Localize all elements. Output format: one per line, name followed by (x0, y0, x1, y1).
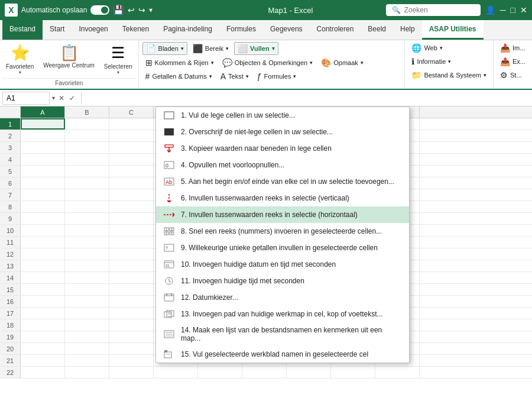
menu-item-11[interactable]: 11. Invoegen huidige tijd met seconden (156, 273, 409, 289)
btn-st[interactable]: ⚙ St... (497, 69, 528, 81)
btn-ex[interactable]: 📤 Ex... (497, 56, 528, 67)
icon-sheet-names (163, 350, 175, 359)
minimize-btn[interactable]: ─ (500, 5, 506, 15)
im-icon: 📥 (500, 43, 510, 53)
formula-confirm-icon[interactable]: ✓ (68, 94, 76, 102)
btn-objecten[interactable]: 💬 Objecten & Opmerkingen ▾ (219, 57, 316, 69)
formula-dropdown-icon[interactable]: ▾ (52, 95, 55, 101)
quick-access-icon[interactable]: ▾ (149, 6, 153, 14)
tab-help[interactable]: Help (393, 20, 422, 40)
formula-bar: A1 ▾ ✕ ✓ (0, 90, 532, 106)
tab-invoegen[interactable]: Invoegen (72, 20, 115, 40)
btn-opmaak[interactable]: 🎨 Opmaak ▾ (318, 57, 366, 69)
user-icon[interactable]: 👤 (485, 5, 495, 15)
menu-item-14[interactable]: 14. Maak een lijst van de bestandsnamen … (156, 322, 409, 346)
header-spacer (0, 106, 21, 118)
st-icon: ⚙ (500, 70, 508, 80)
tab-pagina[interactable]: Pagina-indeling (156, 20, 219, 40)
tab-controleren[interactable]: Controleren (310, 20, 361, 40)
sheet-wrapper: A B C D · K L M N 1 ··· (0, 106, 532, 401)
icon-copy-down (163, 144, 175, 153)
menu-item-8[interactable]: 1 2 3 4 8. Snel een reeks (nummers) invo… (156, 223, 409, 240)
icon-random-nums: ? (163, 243, 175, 253)
opmaak-icon: 🎨 (321, 58, 331, 67)
btn-selecteren[interactable]: ☰ Selecteren ▾ (100, 43, 136, 76)
icon-time (163, 276, 175, 286)
col-header-C[interactable]: C (109, 106, 154, 118)
close-btn[interactable]: ✕ (520, 5, 527, 15)
btn-weergave[interactable]: 📋 Weergave Centrum (40, 43, 98, 70)
btn-bestand[interactable]: 📁 Bestand & Systeem ▾ (408, 69, 489, 81)
maximize-btn[interactable]: □ (511, 5, 515, 15)
cell-ref-box[interactable]: A1 (2, 92, 50, 105)
btn-getallen[interactable]: # Getallen & Datums ▾ (142, 70, 215, 82)
col-header-B[interactable]: B (65, 106, 109, 118)
icon-leading-zeros: 0 (163, 160, 175, 170)
selecteren-icon: ☰ (111, 44, 125, 62)
redo-icon[interactable]: ↪ (138, 5, 145, 15)
icon-filled-square (163, 127, 175, 137)
menu-item-15[interactable]: 15. Vul geselecteerde werkblad namen in … (156, 346, 409, 363)
window-title: Map1 - Excel (268, 6, 313, 15)
btn-formules[interactable]: ƒ Formules ▾ (254, 70, 300, 82)
icon-vert-series (163, 193, 175, 203)
btn-vullen[interactable]: ⬜ Vullen ▾ (234, 42, 278, 55)
tekst-icon: A (220, 72, 226, 81)
btn-favorieten[interactable]: ⭐ Favorieten ▾ (2, 43, 37, 76)
menu-item-9[interactable]: ? 9. Willekeurige unieke getallen invull… (156, 240, 409, 256)
menu-item-10[interactable]: 31 10. Invoegen huidige datum en tijd me… (156, 256, 409, 273)
search-icon: 🔍 (392, 6, 401, 14)
btn-bereik[interactable]: ⬛ Bereik ▾ (190, 42, 232, 55)
tab-tekenen[interactable]: Tekenen (115, 20, 156, 40)
svg-rect-26 (164, 294, 174, 301)
btn-tekst[interactable]: A Tekst ▾ (218, 70, 252, 82)
menu-item-5[interactable]: Ab 5. Aan het begin en/of einde van elke… (156, 173, 409, 190)
autosave-toggle[interactable] (90, 5, 109, 15)
excel-logo: X (5, 4, 18, 17)
tab-formules[interactable]: Formules (219, 20, 263, 40)
icon-datetime: 31 (163, 260, 175, 269)
menu-item-4[interactable]: 0 4. Opvullen met voorloopnullen... (156, 157, 409, 173)
menu-item-7[interactable]: 7. Invullen tussenwaarden reeks in selec… (156, 206, 409, 223)
btn-kolommen-rijen[interactable]: ⊞ Kolommen & Rijen ▾ (142, 57, 217, 69)
btn-informatie[interactable]: ℹ Informatie ▾ (408, 56, 454, 67)
formula-input[interactable] (86, 94, 530, 102)
formula-expand-icon[interactable]: ✕ (57, 94, 66, 102)
getallen-icon: # (145, 72, 150, 81)
menu-item-2[interactable]: 2. Overschrijf de niet-lege cellen in uw… (156, 124, 409, 140)
icon-add-text: Ab (163, 177, 175, 186)
title-bar: X Automatisch opslaan 💾 ↩ ↪ ▾ Map1 - Exc… (0, 0, 532, 20)
menu-item-1[interactable]: 1. Vul de lege cellen in uw selectie... (156, 107, 409, 124)
menu-item-3[interactable]: 3. Kopieer waarden naar beneden in lege … (156, 140, 409, 157)
svg-rect-0 (164, 112, 174, 119)
btn-bladen[interactable]: 📄 Bladen ▾ (142, 42, 187, 55)
menu-item-12[interactable]: 12. Datumkiezer... (156, 289, 409, 306)
svg-text:Ab: Ab (166, 179, 172, 185)
vullen-icon: ⬜ (238, 44, 248, 53)
col-header-A[interactable]: A (21, 106, 65, 118)
undo-icon[interactable]: ↩ (128, 5, 135, 15)
tab-asap[interactable]: ASAP Utilities (422, 20, 484, 40)
tab-start[interactable]: Start (43, 20, 72, 40)
svg-text:4: 4 (171, 231, 173, 235)
btn-im[interactable]: 📥 Im... (497, 42, 528, 54)
kolommen-icon: ⊞ (145, 58, 153, 67)
search-input[interactable] (404, 6, 463, 14)
cell-A1[interactable] (21, 118, 65, 130)
objecten-icon: 💬 (222, 58, 232, 67)
tab-beeld[interactable]: Beeld (361, 20, 393, 40)
svg-text:?: ? (166, 246, 168, 250)
btn-web[interactable]: 🌐 Web ▾ (408, 42, 445, 54)
ex-icon: 📤 (500, 57, 510, 66)
search-box[interactable]: 🔍 (386, 4, 481, 16)
tab-bestand[interactable]: Bestand (2, 20, 43, 40)
save-icon[interactable]: 💾 (113, 5, 124, 15)
menu-item-13[interactable]: 13. Invoegen pad van huidige werkmap in … (156, 306, 409, 322)
asap-ribbon: ⭐ Favorieten ▾ 📋 Weergave Centrum ☰ Sele… (0, 40, 532, 90)
web-icon: 🌐 (411, 43, 421, 53)
info-icon: ℹ (411, 57, 414, 66)
svg-rect-2 (165, 145, 173, 147)
tab-gegevens[interactable]: Gegevens (263, 20, 310, 40)
menu-item-6[interactable]: 6. Invullen tussenwaarden reeks in selec… (156, 190, 409, 206)
icon-quick-series: 1 2 3 4 (163, 227, 175, 236)
